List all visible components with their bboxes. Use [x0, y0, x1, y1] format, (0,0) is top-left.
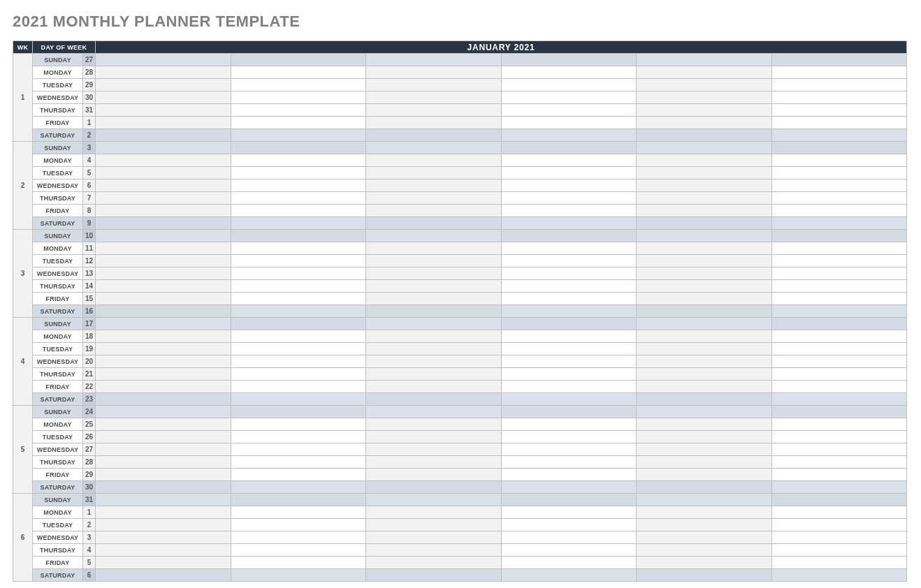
entry-cell[interactable]	[96, 117, 231, 129]
entry-cell[interactable]	[366, 167, 502, 179]
entry-cell[interactable]	[231, 205, 366, 217]
entry-cell[interactable]	[637, 544, 772, 557]
entry-cell[interactable]	[96, 481, 231, 494]
entry-cell[interactable]	[771, 79, 907, 91]
entry-cell[interactable]	[366, 242, 502, 255]
entry-cell[interactable]	[96, 381, 231, 393]
entry-cell[interactable]	[96, 66, 231, 79]
entry-cell[interactable]	[96, 255, 231, 267]
entry-cell[interactable]	[96, 406, 231, 418]
entry-cell[interactable]	[366, 381, 502, 393]
entry-cell[interactable]	[501, 66, 637, 79]
entry-cell[interactable]	[501, 267, 637, 280]
entry-cell[interactable]	[231, 79, 366, 91]
entry-cell[interactable]	[637, 154, 772, 167]
entry-cell[interactable]	[501, 393, 637, 406]
entry-cell[interactable]	[231, 142, 366, 154]
entry-cell[interactable]	[501, 54, 637, 66]
entry-cell[interactable]	[231, 117, 366, 129]
entry-cell[interactable]	[96, 531, 231, 544]
entry-cell[interactable]	[637, 205, 772, 217]
entry-cell[interactable]	[501, 557, 637, 569]
entry-cell[interactable]	[637, 456, 772, 469]
entry-cell[interactable]	[366, 406, 502, 418]
entry-cell[interactable]	[366, 456, 502, 469]
entry-cell[interactable]	[771, 280, 907, 293]
entry-cell[interactable]	[501, 318, 637, 330]
entry-cell[interactable]	[637, 129, 772, 142]
entry-cell[interactable]	[771, 469, 907, 481]
entry-cell[interactable]	[637, 179, 772, 192]
entry-cell[interactable]	[366, 318, 502, 330]
entry-cell[interactable]	[231, 293, 366, 305]
entry-cell[interactable]	[96, 217, 231, 230]
entry-cell[interactable]	[501, 129, 637, 142]
entry-cell[interactable]	[771, 443, 907, 456]
entry-cell[interactable]	[501, 443, 637, 456]
entry-cell[interactable]	[96, 54, 231, 66]
entry-cell[interactable]	[501, 330, 637, 343]
entry-cell[interactable]	[366, 368, 502, 381]
entry-cell[interactable]	[637, 192, 772, 205]
entry-cell[interactable]	[366, 79, 502, 91]
entry-cell[interactable]	[366, 66, 502, 79]
entry-cell[interactable]	[96, 355, 231, 368]
entry-cell[interactable]	[771, 569, 907, 582]
entry-cell[interactable]	[231, 230, 366, 242]
entry-cell[interactable]	[501, 519, 637, 531]
entry-cell[interactable]	[771, 305, 907, 318]
entry-cell[interactable]	[366, 104, 502, 117]
entry-cell[interactable]	[231, 343, 366, 355]
entry-cell[interactable]	[637, 393, 772, 406]
entry-cell[interactable]	[771, 393, 907, 406]
entry-cell[interactable]	[637, 280, 772, 293]
entry-cell[interactable]	[366, 355, 502, 368]
entry-cell[interactable]	[637, 267, 772, 280]
entry-cell[interactable]	[501, 142, 637, 154]
entry-cell[interactable]	[231, 381, 366, 393]
entry-cell[interactable]	[96, 494, 231, 506]
entry-cell[interactable]	[501, 167, 637, 179]
entry-cell[interactable]	[637, 330, 772, 343]
entry-cell[interactable]	[366, 205, 502, 217]
entry-cell[interactable]	[96, 167, 231, 179]
entry-cell[interactable]	[771, 557, 907, 569]
entry-cell[interactable]	[96, 129, 231, 142]
entry-cell[interactable]	[366, 280, 502, 293]
entry-cell[interactable]	[96, 443, 231, 456]
entry-cell[interactable]	[96, 318, 231, 330]
entry-cell[interactable]	[501, 293, 637, 305]
entry-cell[interactable]	[637, 54, 772, 66]
entry-cell[interactable]	[96, 205, 231, 217]
entry-cell[interactable]	[231, 481, 366, 494]
entry-cell[interactable]	[771, 381, 907, 393]
entry-cell[interactable]	[501, 217, 637, 230]
entry-cell[interactable]	[231, 54, 366, 66]
entry-cell[interactable]	[637, 117, 772, 129]
entry-cell[interactable]	[231, 179, 366, 192]
entry-cell[interactable]	[366, 129, 502, 142]
entry-cell[interactable]	[771, 54, 907, 66]
entry-cell[interactable]	[771, 418, 907, 431]
entry-cell[interactable]	[637, 368, 772, 381]
entry-cell[interactable]	[96, 418, 231, 431]
entry-cell[interactable]	[231, 129, 366, 142]
entry-cell[interactable]	[231, 494, 366, 506]
entry-cell[interactable]	[771, 368, 907, 381]
entry-cell[interactable]	[771, 129, 907, 142]
entry-cell[interactable]	[366, 481, 502, 494]
entry-cell[interactable]	[637, 494, 772, 506]
entry-cell[interactable]	[231, 443, 366, 456]
entry-cell[interactable]	[637, 167, 772, 179]
entry-cell[interactable]	[231, 280, 366, 293]
entry-cell[interactable]	[771, 355, 907, 368]
entry-cell[interactable]	[96, 330, 231, 343]
entry-cell[interactable]	[231, 469, 366, 481]
entry-cell[interactable]	[231, 242, 366, 255]
entry-cell[interactable]	[771, 494, 907, 506]
entry-cell[interactable]	[501, 179, 637, 192]
entry-cell[interactable]	[231, 192, 366, 205]
entry-cell[interactable]	[637, 406, 772, 418]
entry-cell[interactable]	[96, 393, 231, 406]
entry-cell[interactable]	[771, 293, 907, 305]
